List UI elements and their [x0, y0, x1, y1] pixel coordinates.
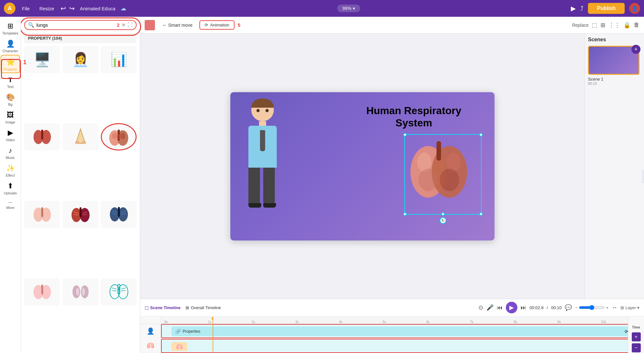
- character-figure: [237, 99, 288, 237]
- main-layout: ⊞ Templates 👤 Character ⭐ Property T Tex…: [0, 17, 644, 353]
- resize-menu[interactable]: Resize: [36, 5, 57, 13]
- handle-top-right[interactable]: [479, 133, 483, 136]
- scene-timeline-tab[interactable]: ⬚ Scene Timeline: [145, 305, 180, 310]
- asset-grid: 🖥️ 👩‍💼 📊: [24, 46, 137, 353]
- overall-timeline-icon: ⊞: [186, 305, 189, 310]
- lock-button[interactable]: 🔒: [623, 22, 630, 29]
- topbar: A File Resize ↩ ↪ Animated Educa ☁ 99% ▾…: [0, 0, 644, 17]
- asset-item-lungs-detailed[interactable]: [62, 201, 98, 228]
- asset-item-3[interactable]: 📊: [101, 46, 137, 73]
- asset-item-nose[interactable]: [62, 123, 98, 151]
- grid-button[interactable]: ⊞: [601, 22, 605, 29]
- zoom-slider[interactable]: [579, 305, 605, 310]
- sidebar-item-property[interactable]: ⭐ Property: [1, 55, 20, 73]
- sidebar-item-more[interactable]: ··· More: [1, 197, 20, 211]
- layer-selector[interactable]: ⊞ Layer ▾: [620, 305, 639, 310]
- lungs-clip[interactable]: 🫁: [171, 342, 187, 351]
- sidebar-label-video: Video: [6, 138, 15, 142]
- scene-timeline-icon: ⬚: [145, 305, 149, 310]
- sidebar-item-uploads[interactable]: ⬆ Uploads: [1, 179, 20, 196]
- zoom-minus-icon[interactable]: −: [575, 305, 578, 310]
- undo-button[interactable]: ↩: [61, 5, 66, 12]
- prev-frame-button[interactable]: ⏮: [497, 304, 503, 311]
- toolbar: ↔ Smart move ⟳ Animation 5 Replace ⬚ ⊞ ⋮…: [140, 17, 644, 34]
- svg-point-5: [82, 141, 86, 144]
- sidebar-item-character[interactable]: 👤 Character: [1, 37, 20, 54]
- properties-clip[interactable]: 🔗 Properties: [171, 327, 624, 336]
- asset-item-2[interactable]: 👩‍💼: [62, 46, 98, 73]
- add-time-button[interactable]: +: [632, 332, 641, 341]
- publish-button[interactable]: Publish: [588, 3, 625, 14]
- search-input[interactable]: [36, 22, 114, 28]
- mic-button[interactable]: 🎤: [486, 304, 494, 311]
- smart-move-icon: ↔: [162, 23, 167, 28]
- timeline-ruler: 0s 1s 2s 3s 4s 5s 6s 7s 8s 9s 10s: [161, 316, 644, 324]
- next-frame-button[interactable]: ⏭: [521, 304, 526, 311]
- rotation-handle[interactable]: ↻: [440, 217, 446, 224]
- add-scene-button[interactable]: +: [631, 45, 640, 54]
- minus-time-button[interactable]: −: [632, 343, 641, 352]
- asset-panel: 🔍 2 ✕ ⛶ PROPERTY (104) 🖥️ 👩‍💼 📊: [21, 17, 140, 353]
- svg-point-47: [418, 169, 438, 191]
- asset-item-lungs-red[interactable]: [24, 123, 60, 151]
- replace-label: Replace: [572, 23, 589, 28]
- search-expand-icon[interactable]: ⛶: [128, 22, 133, 28]
- ruler-6s: 6s: [426, 320, 469, 324]
- asset-item-lungs-blue[interactable]: [101, 201, 137, 228]
- svg-point-34: [82, 288, 85, 296]
- arrange-button[interactable]: ⋮⋮: [609, 22, 620, 29]
- search-clear-icon[interactable]: ✕: [121, 22, 126, 28]
- sidebar-item-music[interactable]: ♪ Music: [1, 144, 20, 161]
- sidebar-item-image[interactable]: 🖼 Image: [1, 108, 20, 125]
- overall-timeline-tab[interactable]: ⊞ Overall Timeline: [186, 305, 221, 310]
- sidebar-item-effect[interactable]: ✨ Effect: [1, 162, 20, 179]
- asset-item-kidneys[interactable]: [62, 278, 98, 306]
- scene-1-thumbnail[interactable]: +: [588, 46, 639, 75]
- char-leg-left: [248, 168, 260, 203]
- svg-point-4: [75, 141, 80, 144]
- sidebar-item-templates[interactable]: ⊞ Templates: [1, 19, 20, 36]
- redo-button[interactable]: ↪: [69, 5, 75, 12]
- canvas-scenes-row: Human Respiratory System: [140, 34, 644, 299]
- scene-1-container: + Scene 1 00:10: [588, 46, 641, 85]
- lungs-canvas-svg: [405, 135, 473, 202]
- delete-button[interactable]: 🗑: [634, 22, 639, 28]
- smart-move-button[interactable]: ↔ Smart move: [158, 21, 196, 29]
- layer-label: Layer: [625, 305, 636, 310]
- zoom-plus-icon[interactable]: +: [606, 305, 609, 310]
- handle-bottom-right[interactable]: [479, 212, 483, 216]
- nose-svg: [74, 127, 87, 147]
- file-menu[interactable]: File: [19, 5, 33, 13]
- layer-icon: ⊞: [620, 305, 624, 310]
- panel-collapse-arrow[interactable]: ‹: [642, 170, 644, 183]
- toolbar-annotation-5: 5: [238, 22, 240, 28]
- share-button[interactable]: ⤴: [580, 5, 583, 12]
- asset-item-lungs-outline[interactable]: [101, 278, 137, 306]
- ruler-3s: 3s: [295, 320, 339, 324]
- preview-button[interactable]: ▶: [571, 5, 576, 12]
- ruler-2s: 2s: [251, 320, 295, 324]
- lungs-detailed-svg: [71, 205, 91, 223]
- asset-item-lungs-light[interactable]: [24, 201, 60, 228]
- animation-button[interactable]: ⟳ Animation: [199, 20, 234, 30]
- caption-button[interactable]: 💬: [565, 304, 572, 311]
- left-sidebar: ⊞ Templates 👤 Character ⭐ Property T Tex…: [0, 17, 21, 353]
- scene-start-button[interactable]: ⊙: [478, 304, 483, 311]
- asset-item-lungs-pink[interactable]: [24, 278, 60, 306]
- expand-timeline-button[interactable]: ↔: [611, 304, 617, 311]
- handle-bottom-mid[interactable]: [441, 212, 445, 216]
- sidebar-item-video[interactable]: ▶ Video: [1, 126, 20, 143]
- svg-line-38: [112, 288, 117, 289]
- split-view-button[interactable]: ⬚: [592, 22, 597, 29]
- zoom-level-button[interactable]: 99% ▾: [337, 5, 360, 12]
- sidebar-item-bg[interactable]: 🎨 Bg: [1, 91, 20, 108]
- lungs-selection-box[interactable]: ↻: [404, 134, 482, 215]
- sidebar-label-image: Image: [5, 120, 15, 124]
- sidebar-item-text[interactable]: T Text: [1, 74, 20, 90]
- handle-bottom-left[interactable]: [403, 212, 407, 216]
- play-button[interactable]: ▶: [506, 302, 517, 313]
- svg-point-48: [440, 169, 459, 191]
- kidneys-svg: [71, 283, 91, 301]
- asset-item-1[interactable]: 🖥️: [24, 46, 60, 73]
- asset-item-lungs-selected[interactable]: 3: [101, 123, 137, 151]
